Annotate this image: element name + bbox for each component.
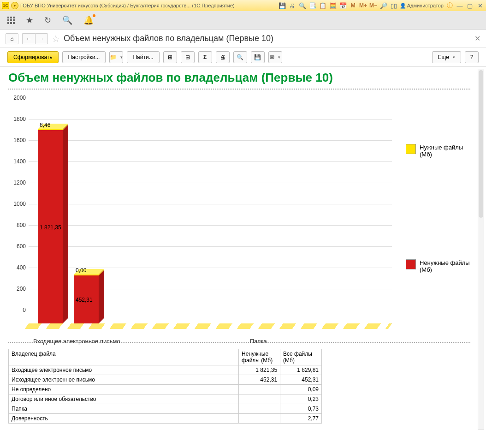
data-table-wrap: Владелец файла Ненужные файлы (Мб) Все ф… <box>8 349 470 424</box>
variants-button[interactable]: 📁 <box>109 51 123 63</box>
chart-legend: Нужные файлы (Мб)Ненужные файлы (Мб) <box>392 93 470 324</box>
settings-button[interactable]: Настройки... <box>62 51 106 63</box>
window-title: ГОБУ ВПО Университет искусств (Субсидия)… <box>20 3 235 8</box>
legend-swatch <box>406 259 416 269</box>
table-row[interactable]: Доверенность2,77 <box>9 414 322 424</box>
preview-icon[interactable]: 🔍 <box>298 1 307 10</box>
print-preview-button[interactable]: 🔍 <box>233 51 247 63</box>
cell-owner: Доверенность <box>9 414 239 424</box>
nav-forward-button[interactable]: → <box>35 33 48 44</box>
current-user[interactable]: 👤 Администратор <box>400 3 444 9</box>
table-row[interactable]: Договор или иное обязательство0,23 <box>9 394 322 404</box>
col-unneeded: Ненужные файлы (Мб) <box>239 349 280 365</box>
cell-all: 0,73 <box>280 404 322 414</box>
sections-menu-icon[interactable] <box>7 17 15 24</box>
data-table: Владелец файла Ненужные файлы (Мб) Все ф… <box>8 349 322 424</box>
expand-button[interactable]: ⊞ <box>163 51 177 63</box>
bar-needed <box>38 129 63 130</box>
cell-unneeded <box>239 394 280 404</box>
send-button[interactable]: ✉ <box>268 51 282 63</box>
cell-unneeded <box>239 385 280 394</box>
y-tick: 1200 <box>13 179 26 186</box>
bar-label: 8,46 <box>40 122 50 128</box>
chart-y-axis: 0200400600800100012001400160018002000 <box>8 93 29 324</box>
gridline <box>29 140 392 141</box>
nav-back-button[interactable]: ← <box>22 33 35 44</box>
table-row[interactable]: Входящее электронное письмо1 821,351 829… <box>9 365 322 375</box>
table-header-row: Владелец файла Ненужные файлы (Мб) Все ф… <box>9 349 322 365</box>
panels-icon[interactable]: ▯▯ <box>390 1 398 10</box>
info-icon[interactable]: ⓘ <box>445 1 454 10</box>
memory-mplus-icon[interactable]: M+ <box>359 1 367 10</box>
vertical-scrollbar[interactable] <box>478 69 484 430</box>
gridline <box>29 98 392 98</box>
col-owner: Владелец файла <box>9 349 239 365</box>
cell-all: 1 829,81 <box>280 365 322 375</box>
close-page-button[interactable]: ✕ <box>474 34 480 43</box>
scrollbar-thumb[interactable] <box>479 70 483 218</box>
y-tick: 1800 <box>13 116 26 122</box>
calculator-icon[interactable]: 🧮 <box>329 1 337 10</box>
sum-button[interactable]: Σ <box>198 51 212 63</box>
x-label: Входящее электронное письмо <box>33 338 120 345</box>
cell-unneeded <box>239 414 280 424</box>
compare-icon[interactable]: 📑 <box>308 1 317 10</box>
app-logo-icon: 1C <box>2 2 9 9</box>
form-button[interactable]: Сформировать <box>7 51 59 63</box>
y-tick: 1400 <box>13 158 26 165</box>
cell-owner: Не определено <box>9 385 239 394</box>
bar-label: 452,31 <box>76 297 93 303</box>
gridline <box>29 246 392 247</box>
search-icon[interactable]: 🔍 <box>62 15 72 25</box>
gridline <box>29 225 392 226</box>
cell-owner: Входящее электронное письмо <box>9 365 239 375</box>
page-header: ⌂ ← → ☆ Объем ненужных файлов по владель… <box>0 30 486 48</box>
y-tick: 600 <box>17 243 26 250</box>
maximize-button[interactable]: ▢ <box>466 1 474 10</box>
calendar-icon[interactable]: 📅 <box>339 1 347 10</box>
y-tick: 800 <box>17 222 26 228</box>
history-icon[interactable]: ↻ <box>44 15 51 25</box>
find-button[interactable]: Найти... <box>127 51 159 63</box>
close-window-button[interactable]: ✕ <box>476 1 484 10</box>
cell-owner: Договор или иное обязательство <box>9 394 239 404</box>
memory-mminus-icon[interactable]: M− <box>369 1 378 10</box>
legend-label: Нужные файлы (Мб) <box>420 144 470 158</box>
more-button[interactable]: Еще <box>432 51 461 63</box>
legend-item: Ненужные файлы (Мб) <box>406 259 470 273</box>
star-favorite-icon[interactable]: ☆ <box>52 33 60 44</box>
table-row[interactable]: Папка0,73 <box>9 404 322 414</box>
y-tick: 1600 <box>13 137 26 143</box>
chart-floor <box>25 323 392 329</box>
cell-all: 2,77 <box>280 414 322 424</box>
cell-all: 0,23 <box>280 394 322 404</box>
bar-label: 1 821,35 <box>40 224 61 231</box>
app-menu-dropdown[interactable]: ▾ <box>11 2 18 9</box>
main-toolbar: ★ ↻ 🔍 🔔 <box>0 11 486 30</box>
minimize-button[interactable]: — <box>456 1 464 10</box>
cell-owner: Исходящее электронное письмо <box>9 375 239 385</box>
print-icon[interactable]: 🖨 <box>288 1 296 10</box>
save-icon[interactable]: 💾 <box>278 1 286 10</box>
memory-m-icon[interactable]: M <box>349 1 357 10</box>
zoom-icon[interactable]: 🔎 <box>379 1 388 10</box>
report-title: Объем ненужных файлов по владельцам (Пер… <box>2 69 477 89</box>
clipboard-icon[interactable]: 📋 <box>319 1 327 10</box>
table-row[interactable]: Не определено0,09 <box>9 385 322 394</box>
table-row[interactable]: Исходящее электронное письмо452,31452,31 <box>9 375 322 385</box>
page-title: Объем ненужных файлов по владельцам (Пер… <box>64 34 273 43</box>
favorites-icon[interactable]: ★ <box>26 15 33 25</box>
report-content: Объем ненужных файлов по владельцам (Пер… <box>0 66 486 448</box>
cell-all: 452,31 <box>280 375 322 385</box>
home-button[interactable]: ⌂ <box>6 33 18 44</box>
notifications-icon[interactable]: 🔔 <box>83 15 94 25</box>
collapse-button[interactable]: ⊟ <box>181 51 195 63</box>
print-button[interactable]: 🖨 <box>216 51 230 63</box>
help-button[interactable]: ? <box>465 51 479 63</box>
x-label: Папка <box>250 338 267 345</box>
cell-unneeded <box>239 404 280 414</box>
y-tick: 1000 <box>13 201 26 207</box>
chart: 0200400600800100012001400160018002000 1 … <box>8 93 470 324</box>
gridline <box>29 204 392 204</box>
save-report-button[interactable]: 💾 <box>251 51 265 63</box>
